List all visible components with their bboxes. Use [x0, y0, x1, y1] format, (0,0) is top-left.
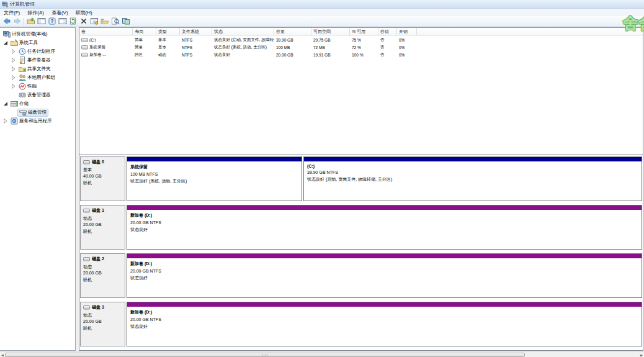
column-header-2[interactable]: 类型: [156, 28, 180, 35]
scrollbar-thumb[interactable]: [5, 353, 525, 357]
volume-cell: 动态: [156, 52, 180, 58]
partition-d-volume-1[interactable]: 新加卷 (D:)20.00 GB NTFS状态良好: [127, 205, 642, 250]
partition-color-strip: [127, 206, 642, 210]
sidebar-item-computer-management-local[interactable]: 计算机管理(本地): [0, 30, 75, 38]
expand-arrow-icon[interactable]: [10, 66, 17, 71]
volume-row-0[interactable]: (C:)简单基本NTFS状态良好 (启动, 页面文件, 故障转储, 主分区)39…: [79, 36, 643, 43]
volume-table-header: 卷布局类型文件系统状态容量可用空间% 可用容错开销: [79, 28, 643, 36]
partition-name: (C:): [304, 161, 642, 168]
app-icon: [2, 1, 8, 7]
scroll-right-arrow-icon[interactable]: ▶: [639, 353, 644, 357]
volume-cell: 系统保留: [79, 45, 133, 50]
sidebar-item-performance[interactable]: 性能: [0, 82, 75, 91]
expand-arrow-icon[interactable]: [10, 75, 17, 80]
column-header-filler: [417, 28, 643, 35]
partition-color-strip: [127, 157, 302, 161]
disk-icon: [83, 160, 90, 165]
volume-table: (C:)简单基本NTFS状态良好 (启动, 页面文件, 故障转储, 主分区)39…: [79, 36, 643, 58]
computer-icon: [3, 30, 11, 38]
disk-management-icon: [19, 109, 27, 116]
up-one-level-icon[interactable]: [25, 17, 36, 26]
tree-item-label: 共享文件夹: [27, 66, 51, 72]
open-folder-icon[interactable]: [99, 17, 110, 26]
sidebar-item-shared-folders[interactable]: 共享文件夹: [0, 65, 75, 73]
column-header-7[interactable]: % 可用: [350, 28, 378, 35]
column-header-6[interactable]: 可用空间: [311, 28, 350, 35]
volume-cell: 否: [378, 37, 397, 43]
console-tree-icon[interactable]: [36, 17, 47, 26]
collapse-arrow-icon[interactable]: [2, 101, 9, 106]
partition-size: 100 MB NTFS: [127, 170, 302, 176]
disk-label-disk-2[interactable]: 磁盘 2动态20.00 GB联机: [80, 253, 125, 298]
partition-name: 系统保留: [127, 161, 302, 170]
volume-row-2[interactable]: 新加卷 ...跨区动态NTFS状态良好20.00 GB19.91 GB100 %…: [79, 51, 643, 58]
disk-kind: 动态: [83, 215, 125, 222]
column-header-1[interactable]: 布局: [133, 28, 156, 35]
tree-item-label: 本地用户和组: [27, 75, 55, 81]
volume-cell: 72 MB: [311, 45, 350, 50]
task-scheduler-icon: [19, 48, 26, 55]
expand-arrow-icon[interactable]: [10, 84, 17, 89]
tree-item-body: 本地用户和组: [17, 74, 56, 82]
storage-icon: [11, 100, 18, 107]
menu-item-help[interactable]: 帮助(H): [72, 9, 96, 16]
column-header-4[interactable]: 状态: [212, 28, 274, 35]
partition-c-volume[interactable]: (C:)39.90 GB NTFS状态良好 (启动, 页面文件, 故障转储, 主…: [303, 156, 642, 201]
refresh-icon[interactable]: [68, 17, 78, 26]
tree-item-body: 服务和应用程序: [9, 117, 53, 125]
disk-row-disk-2: 磁盘 2动态20.00 GB联机新加卷 (D:)20.00 GB NTFS状态良…: [80, 253, 643, 298]
volume-icon: [81, 52, 88, 57]
column-header-5[interactable]: 容量: [274, 28, 311, 35]
volume-cell: 100 %: [350, 53, 378, 57]
back-icon[interactable]: [1, 17, 12, 26]
update-icon[interactable]: [120, 17, 131, 26]
collapse-arrow-icon[interactable]: [2, 40, 9, 45]
disk-icon: [83, 305, 90, 310]
properties-icon[interactable]: [89, 17, 99, 26]
partition-name: 新加卷 (D:): [127, 258, 642, 267]
delete-icon[interactable]: [78, 17, 89, 26]
menu-item-action[interactable]: 操作(A): [24, 9, 48, 16]
volume-cell: NTFS: [180, 38, 212, 42]
action-pane-icon[interactable]: [57, 17, 68, 26]
sidebar-item-storage[interactable]: 存储: [0, 99, 75, 108]
expand-arrow-icon[interactable]: [10, 58, 17, 63]
horizontal-scrollbar[interactable]: ◀ ▶: [0, 351, 644, 357]
disk-label-disk-3[interactable]: 磁盘 3动态20.00 GB联机: [80, 302, 125, 346]
disk-label-disk-0[interactable]: 磁盘 0基本40.00 GB联机: [80, 156, 125, 201]
sidebar-item-device-manager[interactable]: 设备管理器: [0, 91, 75, 99]
sidebar-item-disk-management[interactable]: 磁盘管理: [0, 108, 75, 117]
forward-icon[interactable]: [12, 17, 22, 26]
disk-kind: 动态: [83, 312, 125, 319]
column-header-8[interactable]: 容错: [378, 28, 397, 35]
scroll-left-arrow-icon[interactable]: ◀: [0, 353, 5, 357]
sidebar-item-local-users-groups[interactable]: 本地用户和组: [0, 73, 75, 82]
tree-item-label: 设备管理器: [27, 92, 51, 98]
column-header-9[interactable]: 开销: [397, 28, 417, 35]
volume-row-1[interactable]: 系统保留简单基本NTFS状态良好 (系统, 活动, 主分区)100 MB72 M…: [79, 43, 643, 51]
services-icon: [11, 117, 18, 125]
volume-icon: [81, 37, 88, 42]
column-header-3[interactable]: 文件系统: [180, 28, 212, 35]
partitions: 新加卷 (D:)20.00 GB NTFS状态良好: [127, 253, 642, 298]
search-icon[interactable]: [110, 17, 120, 26]
partition-color-strip: [127, 302, 642, 307]
disk-state: 联机: [83, 325, 125, 332]
partition-system-reserved[interactable]: 系统保留100 MB NTFS状态良好 (系统, 活动, 主分区): [127, 156, 302, 201]
sidebar-item-event-viewer[interactable]: 事件查看器: [0, 56, 75, 65]
expand-arrow-icon[interactable]: [10, 49, 17, 54]
menu-item-file[interactable]: 文件(F): [0, 9, 24, 16]
partition-d-volume-2[interactable]: 新加卷 (D:)20.00 GB NTFS状态良好: [127, 253, 642, 298]
partition-d-volume-3[interactable]: 新加卷 (D:)20.00 GB NTFS状态良好: [127, 302, 642, 346]
expand-arrow-icon[interactable]: [2, 119, 9, 124]
partition-color-strip: [127, 254, 642, 258]
sidebar-item-system-tools[interactable]: 系统工具: [0, 38, 75, 47]
disk-label-disk-1[interactable]: 磁盘 1动态20.00 GB联机: [80, 205, 125, 250]
help-icon[interactable]: ?: [47, 17, 57, 26]
sidebar-item-task-scheduler[interactable]: 任务计划程序: [0, 47, 75, 56]
sidebar-item-services-applications[interactable]: 服务和应用程序: [0, 117, 75, 125]
volume-cell: 否: [378, 52, 397, 58]
menu-item-view[interactable]: 查看(V): [48, 9, 72, 16]
title-bar[interactable]: 计算机管理: [0, 0, 644, 9]
column-header-0[interactable]: 卷: [79, 28, 133, 35]
